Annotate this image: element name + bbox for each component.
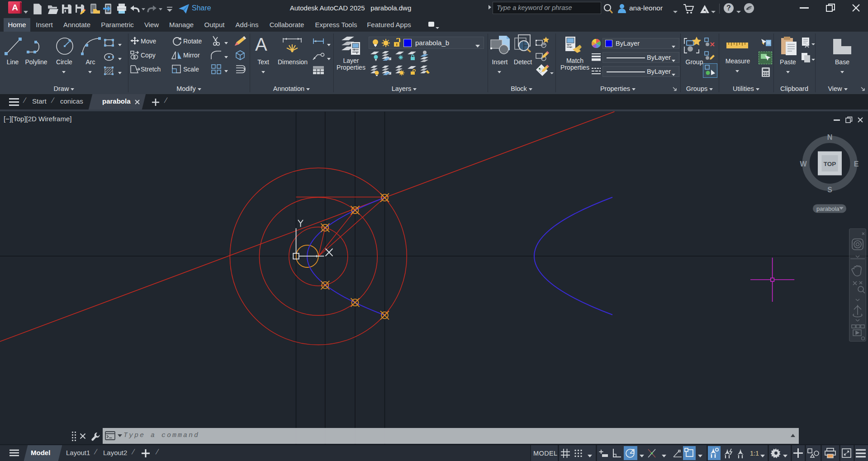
svg-text:S: S	[827, 186, 832, 194]
svg-text:TOP: TOP	[824, 161, 836, 167]
svg-text:E: E	[854, 160, 859, 168]
svg-text:parabola: parabola	[816, 205, 840, 212]
svg-text:N: N	[827, 133, 833, 141]
svg-text:W: W	[800, 160, 807, 168]
